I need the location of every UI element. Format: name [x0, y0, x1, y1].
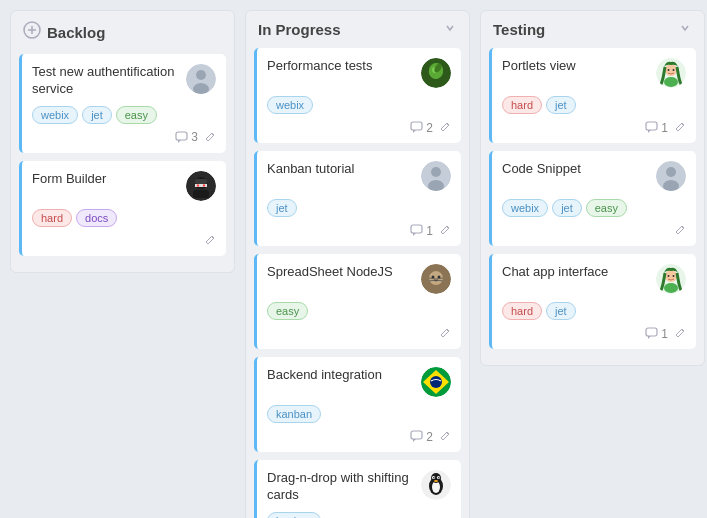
card-title: Test new authentification service — [32, 64, 186, 98]
svg-point-41 — [430, 376, 442, 388]
edit-card-icon[interactable] — [439, 223, 451, 238]
card: Performance tests webix2 — [254, 48, 461, 143]
svg-rect-42 — [411, 431, 422, 439]
card-title: Drag-n-drop with shifting cards — [267, 470, 421, 504]
card-tags: kanban — [267, 405, 451, 423]
card-title: Kanban tutorial — [267, 161, 421, 178]
card-title: SpreadSheet NodeJS — [267, 264, 421, 281]
card-footer: 3 — [32, 130, 216, 145]
comment-count: 2 — [410, 121, 433, 135]
edit-card-icon[interactable] — [439, 120, 451, 135]
card-tag: kanban — [267, 405, 321, 423]
card-tag: easy — [586, 199, 627, 217]
svg-point-58 — [673, 69, 675, 71]
card-tag: jet — [552, 199, 582, 217]
column-backlog: BacklogTest new authentification service… — [10, 10, 235, 273]
column-title-in-progress: In Progress — [258, 21, 443, 38]
card-footer: 1 — [267, 223, 451, 238]
svg-rect-14 — [195, 179, 207, 184]
svg-point-63 — [666, 167, 676, 177]
comment-number: 3 — [191, 130, 198, 144]
comment-icon — [175, 131, 188, 144]
card-header: SpreadSheet NodeJS — [267, 264, 451, 294]
column-header-backlog: Backlog — [11, 11, 234, 54]
card-avatar — [421, 470, 451, 500]
svg-rect-26 — [411, 225, 422, 233]
svg-rect-6 — [176, 132, 187, 140]
collapse-column-icon[interactable] — [678, 21, 692, 38]
edit-card-icon[interactable] — [439, 326, 451, 341]
card-tag: docs — [76, 209, 117, 227]
card-tag: easy — [116, 106, 157, 124]
card-header: Test new authentification service — [32, 64, 216, 98]
comment-number: 1 — [426, 224, 433, 238]
card-tags: easy — [267, 302, 451, 320]
column-header-in-progress: In Progress — [246, 11, 469, 48]
svg-point-57 — [668, 69, 670, 71]
add-column-icon[interactable] — [23, 21, 41, 44]
comment-count: 3 — [175, 130, 198, 144]
card-tag: jet — [82, 106, 112, 124]
svg-point-70 — [664, 283, 678, 293]
card-tags: hardjet — [502, 302, 686, 320]
card-avatar — [656, 264, 686, 294]
card-title: Code Snippet — [502, 161, 656, 178]
card-title: Form Builder — [32, 171, 186, 188]
card-footer — [267, 326, 451, 341]
edit-card-icon[interactable] — [674, 120, 686, 135]
collapse-column-icon[interactable] — [443, 21, 457, 38]
svg-rect-60 — [646, 122, 657, 130]
card: Code Snippet webixjeteasy — [489, 151, 696, 246]
comment-icon — [410, 224, 423, 237]
svg-point-24 — [431, 167, 441, 177]
card-tag: hard — [32, 209, 72, 227]
card-header: Code Snippet — [502, 161, 686, 191]
edit-card-icon[interactable] — [674, 223, 686, 238]
card-tag: jet — [546, 302, 576, 320]
column-header-testing: Testing — [481, 11, 704, 48]
card-footer — [32, 233, 216, 248]
svg-point-69 — [673, 275, 675, 277]
card-avatar — [421, 367, 451, 397]
card: Chat app interface hardjet1 — [489, 254, 696, 349]
card-header: Backend integration — [267, 367, 451, 397]
card-tags: webixjeteasy — [502, 199, 686, 217]
edit-card-icon[interactable] — [674, 326, 686, 341]
card-avatar — [656, 161, 686, 191]
card-title: Portlets view — [502, 58, 656, 75]
edit-card-icon[interactable] — [204, 233, 216, 248]
kanban-board: BacklogTest new authentification service… — [10, 10, 697, 518]
card: Kanban tutorial jet1 — [254, 151, 461, 246]
card-tag: webix — [267, 96, 313, 114]
card: Test new authentification service webixj… — [19, 54, 226, 153]
card-avatar — [421, 161, 451, 191]
card-footer — [502, 223, 686, 238]
card-tags: webix — [267, 96, 451, 114]
svg-point-50 — [433, 477, 435, 479]
edit-card-icon[interactable] — [439, 429, 451, 444]
comment-count: 1 — [645, 327, 668, 341]
card-avatar — [421, 58, 451, 88]
card-tag: jet — [546, 96, 576, 114]
svg-rect-71 — [646, 328, 657, 336]
comment-number: 2 — [426, 121, 433, 135]
comment-number: 1 — [661, 327, 668, 341]
card-tag: jet — [267, 199, 297, 217]
card: Backend integration kanban2 — [254, 357, 461, 452]
card-avatar — [421, 264, 451, 294]
edit-card-icon[interactable] — [204, 130, 216, 145]
svg-point-68 — [668, 275, 670, 277]
card-tag: hard — [502, 96, 542, 114]
column-title-backlog: Backlog — [47, 24, 222, 41]
card-avatar — [656, 58, 686, 88]
svg-point-11 — [197, 184, 199, 186]
comment-number: 1 — [661, 121, 668, 135]
svg-point-51 — [438, 477, 440, 479]
card-title: Backend integration — [267, 367, 421, 384]
card-footer: 2 — [267, 429, 451, 444]
card-tag: webix — [32, 106, 78, 124]
comment-icon — [645, 121, 658, 134]
card-header: Kanban tutorial — [267, 161, 451, 191]
comment-icon — [410, 121, 423, 134]
card-header: Chat app interface — [502, 264, 686, 294]
